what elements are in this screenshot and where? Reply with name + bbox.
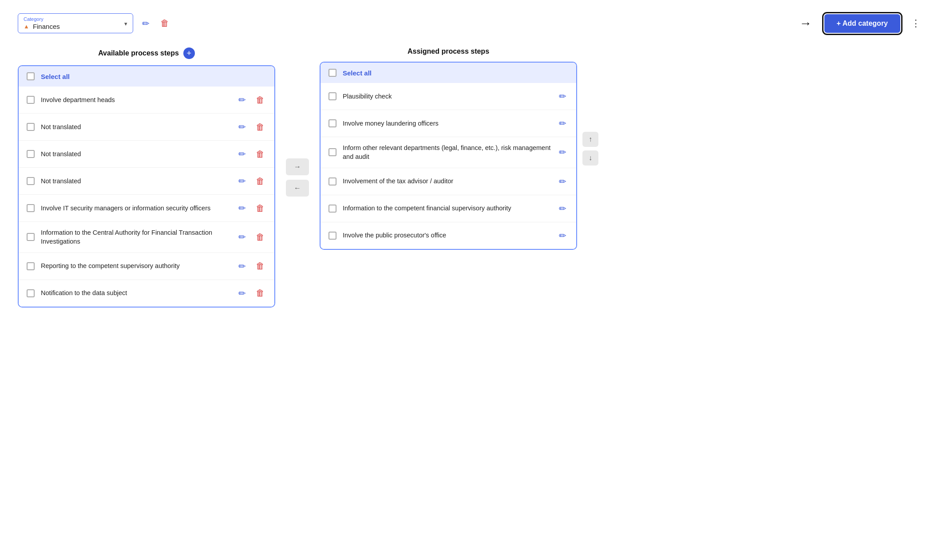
available-list-container: Select all Involve department heads ✏ 🗑 … [18, 65, 275, 308]
assigned-item-text: Involve the public prosecutor's office [343, 231, 551, 240]
available-item-checkbox[interactable] [27, 123, 35, 131]
assigned-list-item: Plausibility check ✏ [321, 83, 576, 110]
assigned-item-edit-button[interactable]: ✏ [557, 229, 568, 243]
category-value: Finances [33, 23, 115, 30]
assigned-item-edit-button[interactable]: ✏ [557, 174, 568, 189]
assigned-list-item: Involve money laundering officers ✏ [321, 110, 576, 137]
more-options-button[interactable]: ⋮ [907, 16, 924, 31]
arrow-right-icon: → [800, 16, 812, 31]
assigned-list-body: Plausibility check ✏ Involve money laund… [321, 83, 576, 249]
assigned-list-container: Select all Plausibility check ✏ Involve … [320, 62, 577, 250]
available-select-all-checkbox[interactable] [27, 72, 35, 80]
assigned-item-edit-button[interactable]: ✏ [557, 89, 568, 103]
transfer-right-button[interactable]: → [286, 158, 309, 175]
down-icon: ↓ [589, 154, 592, 162]
chevron-up-icon: ▲ [24, 23, 29, 30]
available-item-checkbox[interactable] [27, 262, 35, 270]
available-item-delete-button[interactable]: 🗑 [254, 93, 266, 107]
available-item-edit-button[interactable]: ✏ [237, 201, 248, 215]
available-item-text: Information to the Central Authority for… [41, 228, 230, 246]
assigned-item-text: Plausibility check [343, 92, 551, 101]
available-list-item: Notification to the data subject ✏ 🗑 [19, 280, 274, 307]
available-item-edit-button[interactable]: ✏ [237, 286, 248, 300]
available-item-delete-button[interactable]: 🗑 [254, 174, 266, 188]
available-list-item: Information to the Central Authority for… [19, 222, 274, 253]
assigned-item-checkbox[interactable] [329, 232, 336, 240]
toolbar: Category ▲ Finances ▾ ✏ 🗑 → + Add catego… [18, 13, 924, 33]
assigned-select-all-row[interactable]: Select all [321, 63, 576, 83]
assigned-select-all-label: Select all [343, 69, 372, 77]
category-label: Category [24, 16, 115, 22]
add-category-label: + Add category [837, 20, 888, 28]
assigned-item-text: Involve money laundering officers [343, 119, 551, 128]
available-item-text: Not translated [41, 150, 230, 158]
available-item-text: Involve department heads [41, 95, 230, 104]
assigned-item-edit-button[interactable]: ✏ [557, 201, 568, 216]
available-item-edit-button[interactable]: ✏ [237, 259, 248, 273]
assigned-item-checkbox[interactable] [329, 177, 336, 185]
available-item-delete-button[interactable]: 🗑 [254, 230, 266, 244]
available-list-body: Involve department heads ✏ 🗑 Not transla… [19, 87, 274, 307]
right-panel-wrapper: Assigned process steps Select all Plausi… [320, 47, 604, 250]
available-item-edit-button[interactable]: ✏ [237, 147, 248, 161]
assigned-list-item: Involve the public prosecutor's office ✏ [321, 222, 576, 249]
order-down-button[interactable]: ↓ [582, 150, 598, 166]
available-item-checkbox[interactable] [27, 177, 35, 185]
more-icon: ⋮ [911, 18, 921, 29]
available-list-item: Involve IT security managers or informat… [19, 195, 274, 222]
available-panel-title: Available process steps + [18, 47, 275, 59]
order-area: ↑ ↓ [577, 132, 604, 166]
order-up-button[interactable]: ↑ [582, 132, 598, 147]
transfer-left-button[interactable]: ← [286, 180, 309, 197]
add-step-button[interactable]: + [183, 47, 195, 59]
available-item-edit-button[interactable]: ✏ [237, 93, 248, 107]
delete-category-button[interactable]: 🗑 [158, 16, 171, 30]
available-item-text: Not translated [41, 122, 230, 131]
available-item-edit-button[interactable]: ✏ [237, 230, 248, 244]
available-item-text: Involve IT security managers or informat… [41, 204, 230, 213]
transfer-left-icon: ← [294, 184, 301, 192]
available-item-text: Reporting to the competent supervisory a… [41, 261, 230, 270]
available-item-delete-button[interactable]: 🗑 [254, 286, 266, 300]
available-item-delete-button[interactable]: 🗑 [254, 259, 266, 273]
transfer-right-icon: → [294, 163, 301, 171]
assigned-item-checkbox[interactable] [329, 205, 336, 213]
assigned-item-checkbox[interactable] [329, 92, 336, 100]
available-list-item: Not translated ✏ 🗑 [19, 141, 274, 168]
available-item-text: Notification to the data subject [41, 288, 230, 297]
assigned-list-item: Involvement of the tax advisor / auditor… [321, 168, 576, 195]
available-item-delete-button[interactable]: 🗑 [254, 120, 266, 134]
assigned-item-edit-button[interactable]: ✏ [557, 145, 568, 159]
chevron-down-icon: ▾ [124, 20, 127, 27]
available-select-all-row[interactable]: Select all [19, 66, 274, 87]
assigned-item-text: Inform other relevant departments (legal… [343, 143, 551, 162]
content-area: Available process steps + Select all Inv… [18, 47, 924, 308]
available-item-checkbox[interactable] [27, 204, 35, 212]
up-icon: ↑ [589, 135, 592, 143]
available-item-checkbox[interactable] [27, 150, 35, 158]
assigned-list-item: Inform other relevant departments (legal… [321, 137, 576, 168]
available-item-delete-button[interactable]: 🗑 [254, 147, 266, 161]
available-list-item: Not translated ✏ 🗑 [19, 114, 274, 141]
assigned-item-text: Involvement of the tax advisor / auditor [343, 177, 551, 185]
assigned-select-all-checkbox[interactable] [329, 69, 336, 77]
assigned-item-checkbox[interactable] [329, 119, 336, 127]
edit-category-button[interactable]: ✏ [140, 16, 151, 31]
category-select[interactable]: Category ▲ Finances ▾ [18, 13, 133, 33]
available-item-delete-button[interactable]: 🗑 [254, 201, 266, 215]
assigned-item-checkbox[interactable] [329, 148, 336, 156]
available-panel: Available process steps + Select all Inv… [18, 47, 275, 308]
available-list-item: Involve department heads ✏ 🗑 [19, 87, 274, 114]
available-item-checkbox[interactable] [27, 96, 35, 104]
available-item-checkbox[interactable] [27, 289, 35, 297]
assigned-item-text: Information to the competent financial s… [343, 204, 551, 213]
assigned-item-edit-button[interactable]: ✏ [557, 116, 568, 130]
available-item-checkbox[interactable] [27, 233, 35, 241]
assigned-panel: Assigned process steps Select all Plausi… [320, 47, 577, 250]
add-category-button[interactable]: + Add category [824, 14, 900, 33]
available-list-item: Not translated ✏ 🗑 [19, 168, 274, 195]
available-item-edit-button[interactable]: ✏ [237, 120, 248, 134]
available-item-edit-button[interactable]: ✏ [237, 174, 248, 188]
available-list-item: Reporting to the competent supervisory a… [19, 253, 274, 280]
assigned-list-item: Information to the competent financial s… [321, 195, 576, 222]
